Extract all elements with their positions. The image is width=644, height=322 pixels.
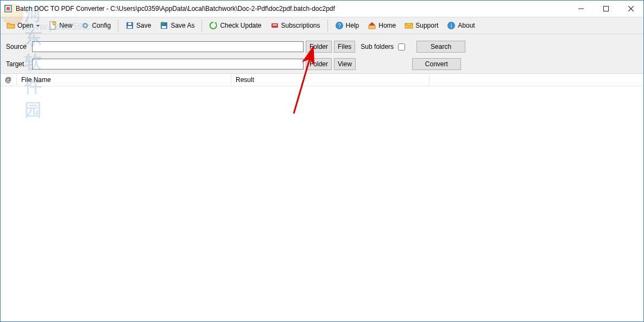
source-row: Source Folder Files Sub folders Search — [6, 41, 638, 53]
minimize-button[interactable] — [569, 1, 594, 17]
toolbar: Open New Config Save Save As — [1, 17, 643, 34]
save-button[interactable]: Save — [122, 19, 155, 32]
chevron-down-icon — [36, 25, 40, 27]
subscriptions-button[interactable]: Subscriptions — [267, 19, 324, 32]
check-update-label: Check Update — [220, 22, 261, 29]
col-spacer — [430, 74, 643, 86]
svg-rect-15 — [162, 26, 166, 28]
support-icon — [405, 21, 413, 30]
svg-rect-2 — [7, 7, 10, 10]
titlebar: Batch DOC TO PDF Converter - C:\Users\pc… — [1, 1, 643, 17]
sub-folders-checkbox[interactable] — [398, 43, 405, 50]
target-folder-button[interactable]: Folder — [306, 58, 332, 70]
window-controls — [569, 1, 643, 17]
refresh-icon — [209, 21, 218, 30]
gear-icon — [81, 21, 90, 30]
config-label: Config — [92, 22, 111, 29]
maximize-button[interactable] — [594, 1, 618, 17]
open-button[interactable]: Open — [3, 19, 43, 32]
save-as-label: Save As — [171, 22, 194, 29]
config-button[interactable]: Config — [77, 19, 115, 32]
svg-rect-12 — [128, 26, 132, 28]
svg-rect-13 — [128, 23, 131, 25]
check-update-button[interactable]: Check Update — [205, 19, 265, 32]
open-label: Open — [17, 22, 33, 29]
save-label: Save — [136, 22, 151, 29]
new-doc-icon — [48, 21, 57, 30]
target-input[interactable] — [32, 59, 304, 70]
svg-text:?: ? — [338, 23, 341, 29]
help-button[interactable]: ? Help — [331, 19, 363, 32]
help-icon: ? — [335, 21, 344, 30]
help-label: Help — [346, 22, 359, 29]
info-icon: i — [447, 21, 456, 30]
col-result[interactable]: Result — [231, 74, 430, 86]
source-files-button[interactable]: Files — [334, 41, 355, 53]
svg-point-8 — [53, 22, 56, 25]
source-label: Source — [6, 43, 30, 50]
save-as-button[interactable]: Save As — [156, 19, 198, 32]
folder-open-icon — [7, 21, 15, 30]
source-folder-button[interactable]: Folder — [306, 41, 332, 53]
separator — [201, 20, 202, 31]
about-button[interactable]: i About — [443, 19, 478, 32]
support-label: Support — [415, 22, 438, 29]
about-label: About — [458, 22, 475, 29]
target-label: Target — [6, 60, 30, 68]
target-row: Target Folder View Convert — [6, 58, 638, 70]
table-header: @ File Name Result — [1, 73, 643, 86]
home-icon — [368, 21, 376, 30]
save-icon — [125, 21, 134, 30]
path-rows: Source Folder Files Sub folders Search T… — [1, 34, 643, 73]
svg-rect-4 — [604, 7, 609, 11]
support-button[interactable]: Support — [401, 19, 442, 32]
search-button[interactable]: Search — [416, 41, 465, 53]
svg-rect-17 — [273, 24, 277, 26]
save-as-icon — [160, 21, 168, 30]
cart-icon — [270, 21, 279, 30]
home-label: Home — [378, 22, 396, 29]
separator — [327, 20, 328, 31]
new-button[interactable]: New — [45, 19, 76, 32]
svg-point-10 — [84, 24, 86, 27]
home-button[interactable]: Home — [364, 19, 400, 32]
separator — [118, 20, 118, 31]
close-button[interactable] — [618, 1, 643, 17]
source-input[interactable] — [32, 41, 304, 52]
app-icon — [4, 4, 12, 13]
svg-text:i: i — [451, 23, 452, 29]
new-label: New — [59, 22, 72, 29]
col-filename[interactable]: File Name — [17, 74, 231, 86]
col-at[interactable]: @ — [1, 74, 17, 86]
window-title: Batch DOC TO PDF Converter - C:\Users\pc… — [16, 5, 569, 12]
convert-button[interactable]: Convert — [412, 58, 461, 70]
target-view-button[interactable]: View — [334, 58, 356, 70]
sub-folders-label: Sub folders — [361, 43, 394, 50]
table-body — [1, 86, 643, 321]
subscriptions-label: Subscriptions — [281, 22, 320, 29]
